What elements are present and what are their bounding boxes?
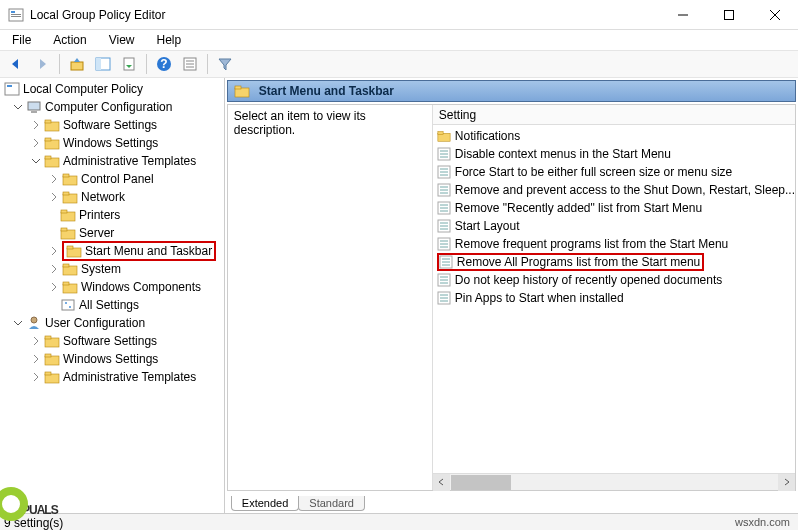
policy-item-icon	[437, 237, 451, 251]
menu-file[interactable]: File	[8, 31, 35, 49]
policy-item-icon	[437, 291, 451, 305]
svg-rect-18	[5, 83, 19, 95]
svg-rect-24	[45, 140, 59, 149]
tree-root[interactable]: Local Computer Policy	[0, 80, 224, 98]
tab-standard[interactable]: Standard	[298, 496, 365, 511]
tree-user-windows[interactable]: Windows Settings	[0, 350, 224, 368]
separator	[146, 54, 147, 74]
setting-item[interactable]: Disable context menus in the Start Menu	[433, 145, 795, 163]
tree-start-menu-taskbar[interactable]: Start Menu and Taskbar	[0, 242, 224, 260]
minimize-button[interactable]	[660, 0, 706, 30]
maximize-button[interactable]	[706, 0, 752, 30]
tree-software-settings[interactable]: Software Settings	[0, 116, 224, 134]
setting-item[interactable]: Pin Apps to Start when installed	[433, 289, 795, 307]
tree-network[interactable]: Network	[0, 188, 224, 206]
setting-folder-notifications[interactable]: Notifications	[433, 127, 795, 145]
expand-icon[interactable]	[30, 119, 42, 131]
setting-item[interactable]: Force Start to be either full screen siz…	[433, 163, 795, 181]
menu-view[interactable]: View	[105, 31, 139, 49]
close-button[interactable]	[752, 0, 798, 30]
scroll-left-button[interactable]	[433, 474, 450, 491]
tree-all-settings[interactable]: All Settings	[0, 296, 224, 314]
tree-user-config[interactable]: User Configuration	[0, 314, 224, 332]
tree-user-admin[interactable]: Administrative Templates	[0, 368, 224, 386]
expand-icon[interactable]	[48, 245, 60, 257]
svg-rect-27	[45, 156, 51, 159]
column-header-setting[interactable]: Setting	[433, 105, 795, 125]
tree-pane[interactable]: Local Computer Policy Computer Configura…	[0, 78, 225, 513]
settings-list[interactable]: Notifications Disable context menus in t…	[433, 125, 795, 473]
collapse-icon[interactable]	[30, 155, 42, 167]
setting-item[interactable]: Remove "Recently added" list from Start …	[433, 199, 795, 217]
tree-printers[interactable]: Printers	[0, 206, 224, 224]
expand-icon[interactable]	[30, 335, 42, 347]
tree-control-panel[interactable]: Control Panel	[0, 170, 224, 188]
svg-rect-30	[63, 194, 77, 203]
description-text: Select an item to view its description.	[234, 109, 366, 137]
folder-icon	[44, 135, 60, 151]
tree-label: System	[81, 262, 121, 276]
right-header-title: Start Menu and Taskbar	[259, 84, 394, 98]
horizontal-scrollbar[interactable]	[433, 473, 795, 490]
forward-button[interactable]	[30, 53, 54, 75]
setting-item[interactable]: Remove and prevent access to the Shut Do…	[433, 181, 795, 199]
export-button[interactable]	[117, 53, 141, 75]
setting-item[interactable]: Do not keep history of recently opened d…	[433, 271, 795, 289]
right-body: Select an item to view its description. …	[227, 104, 796, 491]
tree-system[interactable]: System	[0, 260, 224, 278]
separator	[207, 54, 208, 74]
setting-label: Disable context menus in the Start Menu	[455, 147, 671, 161]
watermark-logo: PUALS	[0, 490, 58, 524]
tree-label: Software Settings	[63, 334, 157, 348]
tree-label: Administrative Templates	[63, 370, 196, 384]
tree-windows-components[interactable]: Windows Components	[0, 278, 224, 296]
tree-admin-templates[interactable]: Administrative Templates	[0, 152, 224, 170]
svg-rect-21	[31, 111, 37, 113]
right-pane: Start Menu and Taskbar Select an item to…	[225, 78, 798, 513]
toolbar: ?	[0, 50, 798, 78]
scroll-thumb[interactable]	[451, 475, 511, 490]
collapse-icon[interactable]	[12, 317, 24, 329]
settings-icon	[60, 297, 76, 313]
setting-label: Notifications	[455, 129, 520, 143]
watermark-url: wsxdn.com	[735, 516, 790, 528]
tree-label: Local Computer Policy	[23, 82, 143, 96]
svg-rect-37	[67, 246, 73, 249]
tree-computer-config[interactable]: Computer Configuration	[0, 98, 224, 116]
svg-rect-31	[63, 192, 69, 195]
collapse-icon[interactable]	[12, 101, 24, 113]
expand-icon[interactable]	[48, 263, 60, 275]
expand-icon[interactable]	[48, 281, 60, 293]
menu-help[interactable]: Help	[153, 31, 186, 49]
scroll-right-button[interactable]	[778, 474, 795, 491]
menu-action[interactable]: Action	[49, 31, 90, 49]
svg-rect-47	[45, 336, 51, 339]
setting-label: Remove "Recently added" list from Start …	[455, 201, 702, 215]
expand-icon[interactable]	[48, 191, 60, 203]
expand-icon[interactable]	[30, 137, 42, 149]
properties-button[interactable]	[178, 53, 202, 75]
settings-column: Setting Notifications Disable context me…	[433, 105, 795, 490]
setting-item[interactable]: Remove frequent programs list from the S…	[433, 235, 795, 253]
up-button[interactable]	[65, 53, 89, 75]
expand-icon[interactable]	[30, 353, 42, 365]
setting-label: Do not keep history of recently opened d…	[455, 273, 723, 287]
help-button[interactable]: ?	[152, 53, 176, 75]
policy-item-icon	[437, 273, 451, 287]
expand-icon[interactable]	[48, 173, 60, 185]
filter-button[interactable]	[213, 53, 237, 75]
tree-user-software[interactable]: Software Settings	[0, 332, 224, 350]
setting-label: Remove frequent programs list from the S…	[455, 237, 728, 251]
window-title: Local Group Policy Editor	[30, 8, 165, 22]
tab-extended[interactable]: Extended	[231, 496, 299, 511]
setting-item[interactable]: Start Layout	[433, 217, 795, 235]
tree-windows-settings[interactable]: Windows Settings	[0, 134, 224, 152]
expand-icon[interactable]	[30, 371, 42, 383]
tree-server[interactable]: Server	[0, 224, 224, 242]
tree-label: Windows Settings	[63, 136, 158, 150]
svg-rect-26	[45, 158, 59, 167]
setting-item-highlighted[interactable]: Remove All Programs list from the Start …	[433, 253, 795, 271]
show-tree-button[interactable]	[91, 53, 115, 75]
back-button[interactable]	[4, 53, 28, 75]
svg-rect-36	[67, 248, 81, 257]
